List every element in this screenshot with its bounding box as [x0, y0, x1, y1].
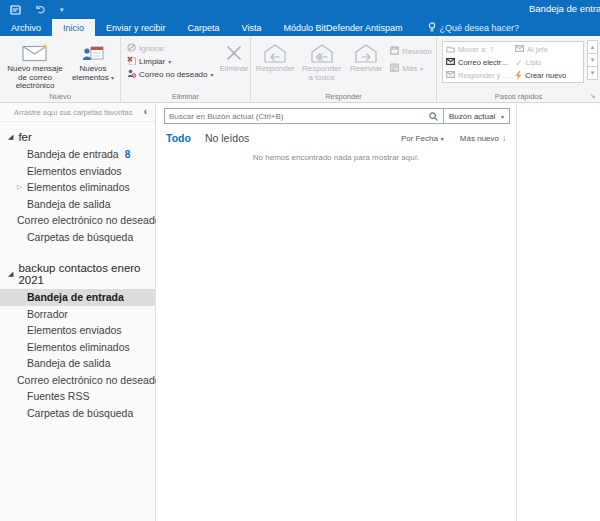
folder-item[interactable]: Carpetas de búsqueda: [0, 229, 155, 246]
reply-all-button[interactable]: Responder a todos: [297, 38, 345, 82]
tab-bitdefender[interactable]: Módulo BitDefender Antispam: [272, 19, 413, 36]
junk-button[interactable]: Correo no deseado▾: [127, 69, 214, 80]
expand-icon[interactable]: ▷: [17, 183, 27, 191]
quick-step-item[interactable]: Responder y eli...: [446, 69, 511, 82]
tab-archivo[interactable]: Archivo: [0, 19, 52, 36]
favorites-hint: Arrastre aquí sus carpetas favoritas: [14, 108, 132, 117]
new-items-button[interactable]: Nuevos elementos ▾: [68, 38, 118, 82]
new-mail-envelope-icon: [22, 41, 48, 65]
reply-envelope-icon: [262, 41, 288, 65]
search-row: Buzón actual ▾: [156, 103, 516, 126]
ribbon-group-eliminar: Ignorar Limpiar▾: [121, 36, 251, 102]
cleanup-button[interactable]: Limpiar▾: [127, 56, 214, 67]
junk-icon: [127, 69, 136, 80]
filter-unread[interactable]: No leídos: [205, 132, 249, 144]
tab-enviar-y-recibir[interactable]: Enviar y recibir: [95, 19, 177, 36]
ribbon-group-responder: Responder Responder a todos Reenviar: [251, 36, 437, 102]
new-items-label: Nuevos elementos ▾: [70, 65, 116, 82]
envelope-reply-icon: [446, 71, 455, 80]
folder-item[interactable]: Carpetas de búsqueda: [0, 405, 155, 422]
filter-row: Todo No leídos Por Fecha ▾ Más nuevo ↓: [156, 126, 516, 146]
account-header[interactable]: ◢fer: [0, 128, 155, 146]
quick-step-item[interactable]: Correo electrón...: [446, 56, 511, 69]
responder-small-buttons: Reunión Más▾: [386, 38, 434, 74]
sort-order-toggle[interactable]: Más nuevo ↓: [460, 134, 506, 143]
tell-me-label: ¿Qué desea hacer?: [440, 23, 520, 33]
tab-carpeta[interactable]: Carpeta: [177, 19, 231, 36]
folder-item[interactable]: Bandeja de salida: [0, 355, 155, 372]
gallery-down-icon[interactable]: ▼: [587, 53, 598, 67]
window-title: Bandeja de entrada: [529, 3, 600, 14]
reading-pane: [516, 103, 600, 521]
chevron-down-icon: ▾: [501, 113, 504, 120]
delete-x-icon: [226, 41, 242, 65]
quick-access-toolbar: ▾: [0, 5, 64, 15]
filter-all[interactable]: Todo: [166, 132, 191, 144]
cleanup-icon: [127, 56, 136, 67]
collapse-pane-icon[interactable]: ‹: [144, 107, 147, 117]
tell-me-box[interactable]: ¿Qué desea hacer?: [428, 19, 520, 36]
folder-item[interactable]: Elementos enviados: [0, 163, 155, 180]
folder-item[interactable]: ▷Elementos eliminados: [0, 179, 155, 196]
more-respond-button[interactable]: Más▾: [390, 63, 432, 74]
sort-by-dropdown[interactable]: Por Fecha ▾: [401, 134, 444, 143]
meeting-button[interactable]: Reunión: [390, 46, 432, 57]
unread-count-badge: 8: [125, 149, 131, 160]
envelope-icon: [446, 58, 455, 67]
meeting-calendar-icon: [390, 46, 399, 57]
folder-item[interactable]: Bandeja de entrada: [0, 289, 155, 306]
undo-icon[interactable]: [35, 5, 46, 14]
eliminar-small-buttons: Ignorar Limpiar▾: [123, 38, 216, 80]
account-header[interactable]: ◢backup contactos enero 2021: [0, 259, 155, 289]
lightning-icon: [515, 71, 522, 80]
send-receive-icon[interactable]: [10, 5, 21, 15]
folder-item[interactable]: Elementos enviados: [0, 322, 155, 339]
folder-item[interactable]: Bandeja de entrada8: [0, 146, 155, 163]
ribbon-tab-row: Archivo Inicio Enviar y recibir Carpeta …: [0, 19, 600, 36]
quick-step-item[interactable]: Mover a: ?: [446, 43, 511, 56]
tab-inicio[interactable]: Inicio: [52, 19, 95, 36]
ribbon-group-nuevo: Nuevo mensaje de correo electrónico Nuev…: [0, 36, 121, 102]
folder-tree: ◢ferBandeja de entrada8Elementos enviado…: [0, 122, 155, 421]
gallery-more-icon[interactable]: ▼: [587, 66, 598, 80]
folder-item[interactable]: Correo electrónico no deseado: [0, 212, 155, 229]
forward-button[interactable]: Reenviar: [346, 38, 387, 74]
search-box[interactable]: [164, 108, 444, 124]
customize-qat-icon[interactable]: ▾: [60, 6, 64, 14]
ignore-button[interactable]: Ignorar: [127, 43, 214, 54]
envelope-icon: [515, 45, 524, 54]
more-respond-icon: [390, 63, 399, 74]
quick-steps-gallery: Mover a: ?Al jefeCorreo electrón...✓List…: [442, 41, 584, 83]
quick-step-item[interactable]: ✓Listo: [515, 56, 580, 69]
folder-item[interactable]: Elementos eliminados: [0, 339, 155, 356]
reply-all-envelope-icon: [309, 41, 335, 65]
reply-button[interactable]: Responder: [253, 38, 297, 74]
folder-item[interactable]: Fuentes RSS: [0, 388, 155, 405]
lightbulb-icon: [428, 22, 436, 34]
new-mail-button[interactable]: Nuevo mensaje de correo electrónico: [2, 38, 68, 91]
search-scope-dropdown[interactable]: Buzón actual ▾: [444, 108, 510, 124]
tab-vista[interactable]: Vista: [231, 19, 273, 36]
ribbon-group-pasos-rapidos: Mover a: ?Al jefeCorreo electrón...✓List…: [437, 36, 600, 102]
quick-step-item[interactable]: Al jefe: [515, 43, 580, 56]
check-icon: ✓: [515, 58, 523, 68]
lightning-icon: [515, 71, 522, 80]
group-label-eliminar: Eliminar: [121, 92, 250, 101]
message-list-pane: Buzón actual ▾ Todo No leídos Por Fecha …: [156, 103, 516, 521]
group-label-nuevo: Nuevo: [0, 92, 120, 101]
expanded-triangle-icon[interactable]: ◢: [8, 133, 13, 141]
folder-item[interactable]: Borrador: [0, 306, 155, 323]
ribbon: Nuevo mensaje de correo electrónico Nuev…: [0, 36, 600, 103]
quick-step-item[interactable]: Crear nuevo: [515, 69, 580, 82]
quick-steps-spinner: ▲ ▼ ▼: [587, 41, 598, 80]
search-input[interactable]: [165, 112, 424, 121]
folder-item[interactable]: Correo electrónico no deseado: [0, 372, 155, 389]
group-label-responder: Responder: [251, 92, 436, 101]
delete-button[interactable]: Eliminar: [218, 38, 251, 74]
gallery-up-icon[interactable]: ▲: [587, 40, 598, 54]
dialog-launcher-icon[interactable]: ↘: [588, 91, 597, 100]
expanded-triangle-icon[interactable]: ◢: [8, 270, 13, 278]
search-icon[interactable]: [424, 112, 443, 121]
folder-item[interactable]: Bandeja de salida: [0, 196, 155, 213]
favorites-row: Arrastre aquí sus carpetas favoritas ‹: [0, 103, 155, 122]
